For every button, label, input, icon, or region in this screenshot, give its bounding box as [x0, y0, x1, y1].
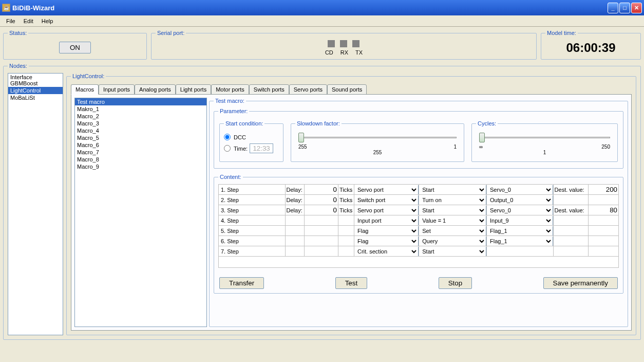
delay-input[interactable] [305, 206, 338, 215]
macro-item[interactable]: Macro_9 [75, 163, 206, 170]
macro-item[interactable]: Macro_2 [75, 113, 206, 120]
save-permanently-button[interactable]: Save permanently [543, 277, 618, 289]
node-item[interactable]: LightControl [8, 87, 63, 94]
dest-value-input[interactable] [589, 185, 618, 194]
table-row: 1. StepDelay:TicksServo portStartServo_0… [219, 185, 619, 195]
cycles-panel: Cycles: ∞ 250 [471, 120, 618, 162]
on-button[interactable]: ON [59, 42, 91, 53]
tab-sound-ports[interactable]: Sound ports [327, 84, 367, 95]
step-label: 2. Step [219, 195, 286, 205]
transfer-button[interactable]: Transfer [219, 277, 264, 289]
time-radio[interactable] [224, 145, 231, 152]
dcc-label: DCC [234, 134, 246, 140]
action-select[interactable]: Value = 1 [419, 216, 486, 225]
port-type-select[interactable]: Input port [354, 216, 419, 225]
content-panel: Content: 1. StepDelay:TicksServo portSta… [214, 174, 623, 294]
slowdown-panel: Slowdown factor: 255 1 [291, 120, 464, 162]
cycles-value: 1 [479, 150, 610, 155]
action-select[interactable]: Query [419, 237, 486, 246]
delay-label: Delay: [285, 205, 305, 215]
cycles-max: 250 [601, 144, 610, 150]
model-time-value: 06:00:39 [566, 41, 615, 55]
delay-input[interactable] [305, 185, 338, 194]
port-type-select[interactable]: Crit. section [354, 247, 419, 256]
slowdown-legend: Slowdown factor: [295, 120, 342, 126]
node-item[interactable]: MoBaLiSt [8, 94, 63, 101]
titlebar: ☕ BiDiB-Wizard _ □ ✕ [0, 0, 644, 15]
node-item[interactable]: Interface GBMBoost [8, 74, 63, 87]
menu-edit[interactable]: Edit [20, 17, 37, 25]
macro-item[interactable]: Macro_4 [75, 127, 206, 134]
dest-value-input[interactable] [589, 206, 618, 215]
table-row: 2. StepDelay:TicksSwitch portTurn onOutp… [219, 195, 619, 205]
target-select[interactable]: Flag_1 [487, 226, 553, 236]
menu-help[interactable]: Help [37, 17, 58, 25]
minimize-button[interactable]: _ [608, 3, 618, 13]
tab-input-ports[interactable]: Input ports [99, 84, 135, 95]
steps-table: 1. StepDelay:TicksServo portStartServo_0… [218, 184, 619, 268]
port-type-select[interactable]: Switch port [354, 195, 419, 205]
port-type-select[interactable]: Servo port [354, 185, 419, 194]
dest-label: Dest. value: [553, 205, 588, 215]
cd-label: CD [325, 49, 333, 56]
menu-file[interactable]: File [2, 17, 20, 25]
lightcontrol-legend: LightControl: [71, 73, 106, 79]
maximize-button[interactable]: □ [619, 3, 630, 13]
tx-led-icon [352, 40, 359, 47]
content-legend: Content: [218, 174, 243, 180]
nodes-list[interactable]: Interface GBMBoostLightControlMoBaLiSt [8, 73, 63, 335]
macro-item[interactable]: Makro_1 [75, 105, 206, 113]
stop-button[interactable]: Stop [439, 277, 472, 289]
table-row: 7. StepCrit. sectionStart [219, 246, 619, 257]
ticks-label [338, 236, 354, 246]
time-input[interactable] [250, 143, 273, 153]
port-type-select[interactable]: Flag [354, 226, 419, 236]
close-button[interactable]: ✕ [631, 3, 642, 13]
macro-item[interactable]: Macro_7 [75, 149, 206, 156]
tabs: MacrosInput portsAnalog portsLight ports… [71, 84, 632, 95]
action-select[interactable]: Turn on [419, 195, 486, 205]
serial-panel: Serial port: CD RX TX [151, 30, 537, 60]
target-select[interactable]: Flag_1 [487, 237, 553, 246]
tab-light-ports[interactable]: Light ports [176, 84, 211, 95]
delay-label [285, 236, 305, 246]
macro-list[interactable]: Test macroMakro_1Macro_2Macro_3Macro_4Ma… [74, 98, 207, 327]
ticks-label [338, 226, 354, 236]
macro-item[interactable]: Macro_8 [75, 156, 206, 163]
tab-switch-ports[interactable]: Switch ports [249, 84, 289, 95]
cycles-legend: Cycles: [476, 120, 498, 126]
dcc-radio[interactable] [224, 134, 231, 140]
cycles-slider[interactable] [479, 133, 610, 143]
action-select[interactable]: Set [419, 226, 486, 236]
macro-item[interactable]: Macro_6 [75, 141, 206, 149]
tab-macros[interactable]: Macros [71, 84, 99, 95]
action-select[interactable]: Start [419, 247, 486, 256]
macro-item[interactable]: Macro_5 [75, 134, 206, 141]
target-select[interactable]: Input_9 [487, 216, 553, 225]
tx-label: TX [355, 49, 363, 56]
target-select[interactable]: Output_0 [487, 195, 553, 205]
port-type-select[interactable]: Flag [354, 237, 419, 246]
macro-detail-legend: Test macro: [214, 98, 246, 104]
action-select[interactable]: Start [419, 185, 486, 194]
tab-motor-ports[interactable]: Motor ports [211, 84, 249, 95]
target-select[interactable]: Servo_0 [487, 185, 553, 194]
port-type-select[interactable]: Servo port [354, 206, 419, 215]
delay-label [285, 246, 305, 257]
macro-item[interactable]: Test macro [75, 98, 206, 105]
test-button[interactable]: Test [335, 277, 367, 289]
dest-label [553, 215, 588, 226]
slowdown-slider[interactable] [298, 133, 457, 143]
delay-label [285, 215, 305, 226]
target-select[interactable]: Servo_0 [487, 206, 553, 215]
tab-body-macros: Test macroMakro_1Macro_2Macro_3Macro_4Ma… [71, 94, 632, 331]
macro-item[interactable]: Macro_3 [75, 120, 206, 127]
step-label: 5. Step [219, 226, 286, 236]
tab-servo-ports[interactable]: Servo ports [289, 84, 327, 95]
parameter-panel: Parameter: Start condition: DCC [214, 108, 623, 169]
tab-analog-ports[interactable]: Analog ports [135, 84, 176, 95]
delay-input[interactable] [305, 195, 338, 205]
table-row: 5. StepFlagSetFlag_1 [219, 226, 619, 236]
rx-led-icon [340, 40, 347, 47]
action-select[interactable]: Start [419, 206, 486, 215]
